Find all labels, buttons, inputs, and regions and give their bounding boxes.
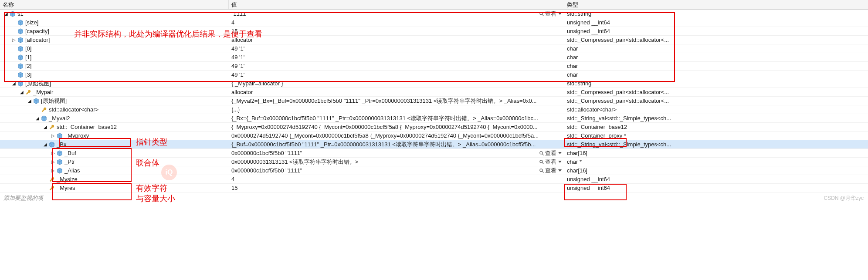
expander-spacer: [35, 107, 40, 112]
tree-row[interactable]: [capacity]15unsigned __int64: [0, 27, 868, 36]
cell-value[interactable]: {_Buf=0x000000c1bcf5f5b0 "1111" _Ptr=0x0…: [229, 141, 564, 148]
tree-row[interactable]: [size]4unsigned __int64: [0, 18, 868, 27]
row-name-label: _Alias: [64, 167, 80, 174]
cell-name: ▷_Ptr: [0, 159, 229, 165]
tree-row[interactable]: std::allocator<char>{...}std::allocator<…: [0, 105, 868, 114]
cell-value[interactable]: 15: [229, 185, 564, 191]
cube-icon: [33, 98, 39, 104]
cell-value[interactable]: 49 '1': [229, 45, 564, 52]
tree-row[interactable]: [2]49 '1'char: [0, 62, 868, 71]
cell-value[interactable]: 15: [229, 28, 564, 34]
tree-row[interactable]: ◢s1"1111"查看std::string: [0, 10, 868, 18]
cell-value[interactable]: 0x0000000031313131 <读取字符串字符时出错。>查看: [229, 158, 564, 166]
tree-row[interactable]: [0]49 '1'char: [0, 44, 868, 53]
row-value-label: 15: [231, 28, 237, 34]
tree-row[interactable]: ▷[allocator]allocatorstd::_Compressed_pa…: [0, 36, 868, 44]
row-value-label: 15: [231, 185, 237, 191]
expand-icon[interactable]: ▷: [51, 159, 56, 165]
header-col-name[interactable]: 名称: [0, 0, 229, 9]
cell-value[interactable]: {_Myval2={_Bx={_Buf=0x000000c1bcf5f5b0 "…: [229, 97, 564, 105]
cell-value[interactable]: 0x00000274d5192740 {_Mycont=0x000000c1bc…: [229, 132, 564, 139]
value-visualizer-button[interactable]: 查看: [539, 158, 562, 166]
cube-icon: [57, 150, 63, 156]
tree-row[interactable]: ◢std::_Container_base12{_Myproxy=0x00000…: [0, 123, 868, 132]
cell-value[interactable]: 4: [229, 176, 564, 182]
row-name-label: _Mypair: [33, 89, 53, 95]
cell-value[interactable]: 0x000000c1bcf5f5b0 "1111"查看: [229, 149, 564, 157]
expander-spacer: [11, 29, 17, 34]
tree-row[interactable]: ▷_Alias0x000000c1bcf5f5b0 "1111"查看char[1…: [0, 166, 868, 175]
tree-row[interactable]: ▷_Buf0x000000c1bcf5f5b0 "1111"查看char[16]: [0, 149, 868, 158]
cell-type: std::string: [564, 10, 868, 17]
cell-value[interactable]: allocator: [229, 89, 564, 95]
collapse-icon[interactable]: ◢: [35, 116, 40, 121]
value-visualizer-button[interactable]: 查看: [539, 10, 562, 18]
tree-row[interactable]: _Myres15unsigned __int64: [0, 184, 868, 192]
cell-value[interactable]: 49 '1': [229, 71, 564, 78]
row-name-label: [allocator]: [25, 37, 50, 43]
row-type-label: std::_Container_base12: [567, 124, 627, 130]
cube-icon: [17, 20, 24, 26]
collapse-icon[interactable]: ◢: [3, 11, 9, 17]
watch-tree: ◢s1"1111"查看std::string[size]4unsigned __…: [0, 10, 868, 192]
cell-value[interactable]: 0x000000c1bcf5f5b0 "1111"查看: [229, 167, 564, 175]
cell-value[interactable]: 4: [229, 19, 564, 26]
tree-row[interactable]: ◢[原始视图]{_Myval2={_Bx={_Buf=0x000000c1bcf…: [0, 97, 868, 105]
cell-value[interactable]: {_Myproxy=0x00000274d5192740 {_Mycont=0x…: [229, 124, 564, 130]
cell-value[interactable]: allocator: [229, 37, 564, 43]
cube-icon: [17, 37, 24, 43]
add-watch-hint[interactable]: 添加要监视的项: [0, 192, 868, 204]
row-type-label: char: [567, 54, 578, 61]
row-type-label: std::_Compressed_pair<std::allocator<...: [567, 98, 669, 104]
row-type-label: std::_Compressed_pair<std::allocator<...: [567, 37, 669, 43]
lookup-label: 查看: [545, 149, 556, 157]
expand-icon[interactable]: ▷: [51, 168, 56, 173]
expander-spacer: [11, 64, 17, 69]
value-visualizer-button[interactable]: 查看: [539, 167, 562, 175]
cell-value[interactable]: 49 '1': [229, 54, 564, 61]
wrench-icon: [49, 124, 55, 130]
row-type-label: unsigned __int64: [567, 185, 610, 191]
expand-icon[interactable]: ▷: [51, 133, 56, 138]
row-name-label: _Myproxy: [64, 132, 89, 139]
expand-icon[interactable]: ▷: [51, 151, 56, 156]
cell-value[interactable]: {_Bx={_Buf=0x000000c1bcf5f5b0 "1111" _Pt…: [229, 115, 564, 122]
tree-row[interactable]: ◢_Bx{_Buf=0x000000c1bcf5f5b0 "1111" _Ptr…: [0, 140, 868, 149]
collapse-icon[interactable]: ◢: [27, 98, 32, 104]
row-value-label: 49 '1': [231, 54, 244, 61]
cell-type: std::allocator<char>: [564, 106, 868, 113]
value-visualizer-button[interactable]: 查看: [539, 149, 562, 157]
row-value-label: 49 '1': [231, 63, 244, 69]
collapse-icon[interactable]: ◢: [19, 90, 24, 95]
header-col-type[interactable]: 类型: [564, 0, 868, 9]
cell-value[interactable]: 49 '1': [229, 63, 564, 69]
tree-row[interactable]: ◢_Myval2{_Bx={_Buf=0x000000c1bcf5f5b0 "1…: [0, 114, 868, 123]
tree-row[interactable]: _Mysize4unsigned __int64: [0, 175, 868, 184]
tree-row[interactable]: ▷_Myproxy0x00000274d5192740 {_Mycont=0x0…: [0, 132, 868, 140]
cell-name: ◢_Bx: [0, 141, 229, 148]
cell-type: std::_Compressed_pair<std::allocator<...: [564, 89, 868, 95]
header-col-value[interactable]: 值: [229, 0, 564, 9]
row-name-label: _Myres: [57, 185, 75, 191]
cube-icon: [17, 28, 24, 34]
row-name-label: _Buf: [64, 150, 76, 156]
cell-name: [1]: [0, 54, 229, 61]
cell-name: ▷[allocator]: [0, 37, 229, 43]
tree-row[interactable]: ◢_Mypairallocatorstd::_Compressed_pair<s…: [0, 88, 868, 97]
tree-row[interactable]: ▷_Ptr0x0000000031313131 <读取字符串字符时出错。>查看c…: [0, 158, 868, 166]
cell-value[interactable]: "1111"查看: [229, 10, 564, 18]
expand-icon[interactable]: ▷: [11, 37, 17, 43]
tree-row[interactable]: ◢[原始视图]{ _Mypair=allocator }std::string: [0, 79, 868, 88]
cell-value[interactable]: { _Mypair=allocator }: [229, 80, 564, 87]
row-name-label: [size]: [25, 19, 38, 26]
cell-type: char *: [564, 159, 868, 165]
expander-spacer: [11, 46, 17, 51]
collapse-icon[interactable]: ◢: [43, 125, 48, 130]
tree-row[interactable]: [1]49 '1'char: [0, 53, 868, 62]
collapse-icon[interactable]: ◢: [11, 81, 17, 86]
collapse-icon[interactable]: ◢: [43, 142, 48, 147]
cell-value[interactable]: {...}: [229, 106, 564, 113]
cell-type: std::_String_val<std::_Simple_types<ch..…: [564, 141, 868, 148]
expander-spacer: [11, 20, 17, 25]
tree-row[interactable]: [3]49 '1'char: [0, 71, 868, 79]
